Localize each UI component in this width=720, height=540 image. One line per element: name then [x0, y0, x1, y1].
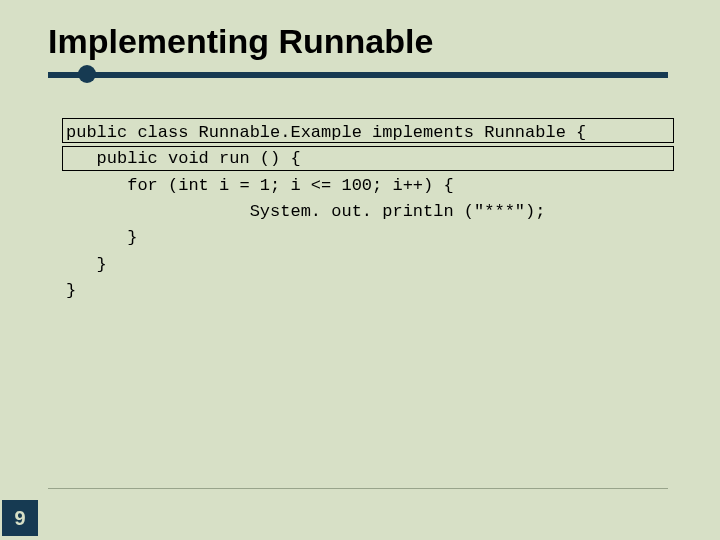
code-line-5: }: [66, 225, 666, 251]
code-line-4: System. out. println ("***");: [66, 199, 666, 225]
title-dot-icon: [78, 65, 96, 83]
code-line-6: }: [66, 252, 666, 278]
code-line-2: public void run () {: [66, 146, 666, 172]
title-underline: [48, 72, 668, 78]
page-number-badge: 9: [2, 500, 38, 536]
code-line-1: public class Runnable.Example implements…: [66, 120, 666, 146]
slide-title: Implementing Runnable: [48, 22, 433, 61]
code-block: public class Runnable.Example implements…: [66, 120, 666, 304]
page-number: 9: [14, 507, 25, 530]
code-line-3: for (int i = 1; i <= 100; i++) {: [66, 173, 666, 199]
footer-rule: [48, 488, 668, 489]
code-line-7: }: [66, 278, 666, 304]
slide: Implementing Runnable public class Runna…: [0, 0, 720, 540]
